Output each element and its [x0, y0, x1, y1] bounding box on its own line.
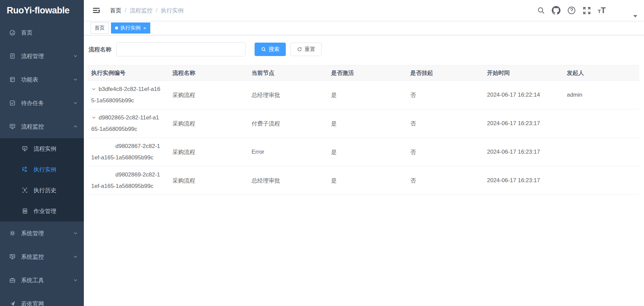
- sidebar-item-process-mgmt[interactable]: 流程管理: [0, 44, 84, 68]
- document-icon: [8, 52, 16, 60]
- initiator-cell: [563, 149, 639, 155]
- sidebar-item-todo-tasks[interactable]: 待办任务: [0, 91, 84, 115]
- is-suspended-cell: 否: [406, 146, 483, 159]
- refresh-icon: [297, 47, 302, 52]
- tag-execution-instance[interactable]: 执行实例 ×: [111, 22, 150, 34]
- chevron-down-icon: [73, 278, 78, 283]
- avatar[interactable]: [614, 2, 631, 19]
- chevron-down-icon: [73, 254, 78, 259]
- form-icon: [8, 75, 16, 84]
- github-icon[interactable]: [548, 6, 564, 15]
- is-active-cell: 是: [327, 146, 406, 159]
- current-node-cell: 总经理审批: [248, 174, 327, 187]
- caret-down-icon: [633, 15, 637, 17]
- column-header: 是否挂起: [406, 65, 483, 81]
- process-instance-icon: [21, 145, 29, 153]
- sidebar-item-ruoyi-website[interactable]: 若依官网: [0, 292, 84, 306]
- toolbox-icon: [8, 276, 16, 284]
- breadcrumb: 首页 / 流程监控 / 执行实例: [110, 7, 183, 14]
- initiator-cell: admin: [563, 89, 639, 101]
- is-suspended-cell: 否: [406, 117, 483, 130]
- sidebar-item-process-instance[interactable]: 流程实例: [0, 138, 84, 159]
- app-root: RuoYi-flowable 首页 流程管理 功能表: [0, 0, 644, 306]
- execution-id-cell: d9802867-2c82-11ef-a165-1a568095b99c: [87, 138, 168, 166]
- sidebar: RuoYi-flowable 首页 流程管理 功能表: [0, 0, 84, 306]
- tags-bar: 首页 执行实例 ×: [84, 21, 644, 35]
- app-logo: RuoYi-flowable: [0, 0, 84, 21]
- is-active-cell: 是: [327, 174, 406, 187]
- sidebar-item-label: 执行实例: [34, 166, 56, 173]
- todo-icon: [8, 99, 16, 107]
- close-icon[interactable]: ×: [143, 26, 146, 31]
- expand-row-icon[interactable]: [91, 87, 96, 92]
- gear-icon: [8, 229, 16, 237]
- user-menu[interactable]: [614, 2, 637, 19]
- process-name-input[interactable]: [116, 42, 246, 56]
- job-icon: [21, 207, 29, 215]
- execution-id: d9802865-2c82-11ef-a165-1a568095b99c: [91, 114, 159, 132]
- paper-plane-icon: [8, 300, 16, 306]
- process-name-cell: 采购流程: [168, 89, 248, 102]
- dashboard-icon: [8, 29, 16, 37]
- column-header: 发起人: [563, 65, 639, 81]
- tag-label: 执行实例: [120, 25, 141, 31]
- navbar: 首页 / 流程监控 / 执行实例: [84, 0, 644, 21]
- sidebar-submenu-process-monitor: 流程实例 执行实例 执行历史: [0, 138, 84, 221]
- sidebar-item-home[interactable]: 首页: [0, 21, 84, 44]
- search-field-label: 流程名称: [89, 46, 111, 53]
- search-button[interactable]: 搜索: [255, 43, 286, 56]
- sidebar-item-system-mgmt[interactable]: 系统管理: [0, 221, 84, 245]
- tag-home[interactable]: 首页: [91, 22, 109, 34]
- table-row: d9802869-2c82-11ef-a165-1a568095b99c 采购流…: [87, 166, 639, 195]
- history-icon: [21, 186, 29, 194]
- reset-button[interactable]: 重置: [290, 43, 322, 56]
- sidebar-item-label: 流程监控: [21, 123, 44, 131]
- column-header: 开始时间: [483, 65, 563, 81]
- current-node-cell: 付费子流程: [248, 117, 327, 130]
- page-content: 流程名称 搜索 重置 执行实例编号 流程名: [84, 35, 644, 306]
- sidebar-item-system-monitor[interactable]: 系统监控: [0, 245, 84, 268]
- execution-icon: [21, 165, 29, 173]
- breadcrumb-home[interactable]: 首页: [110, 7, 121, 14]
- sidebar-item-label: 流程实例: [34, 145, 56, 153]
- monitor-icon: [8, 122, 16, 131]
- current-node-cell: 总经理审批: [248, 89, 327, 102]
- font-size-small-glyph: T: [598, 8, 601, 14]
- font-size-icon[interactable]: TT: [594, 6, 609, 15]
- sidebar-toggle-button[interactable]: [90, 6, 103, 15]
- chevron-up-icon: [73, 124, 78, 129]
- sidebar-item-label: 系统管理: [21, 230, 44, 237]
- chevron-down-icon: [73, 77, 78, 82]
- process-name-cell: 采购流程: [168, 174, 248, 187]
- search-form: 流程名称 搜索 重置: [87, 42, 639, 56]
- reset-button-label: 重置: [305, 46, 315, 53]
- search-icon[interactable]: [534, 6, 548, 14]
- tag-label: 首页: [95, 25, 105, 31]
- search-icon: [261, 47, 266, 52]
- sidebar-item-process-monitor[interactable]: 流程监控: [0, 115, 84, 138]
- sidebar-item-function-table[interactable]: 功能表: [0, 68, 84, 91]
- column-header: 当前节点: [248, 65, 327, 81]
- sidebar-item-system-tools[interactable]: 系统工具: [0, 268, 84, 292]
- sidebar-item-label: 流程管理: [21, 52, 44, 60]
- sidebar-item-execution-history[interactable]: 执行历史: [0, 180, 84, 201]
- main-area: 首页 / 流程监控 / 执行实例: [84, 0, 644, 306]
- expand-row-icon[interactable]: [91, 115, 96, 120]
- execution-id-cell: d9802865-2c82-11ef-a165-1a568095b99c: [87, 109, 168, 138]
- sidebar-item-label: 若依官网: [21, 300, 44, 306]
- fullscreen-icon[interactable]: [579, 6, 594, 15]
- chevron-down-icon: [73, 54, 78, 58]
- navbar-right: TT: [534, 2, 637, 19]
- execution-id-cell: d9802869-2c82-11ef-a165-1a568095b99c: [87, 166, 168, 195]
- execution-id-cell: b3dfe4c8-2c82-11ef-a165-1a568095b99c: [87, 81, 168, 109]
- sidebar-item-execution-instance[interactable]: 执行实例: [0, 159, 84, 180]
- breadcrumb-separator: /: [125, 7, 126, 14]
- start-time-cell: 2024-06-17 16:22:14: [483, 89, 563, 101]
- column-header: 流程名称: [168, 65, 248, 81]
- breadcrumb-process-monitor: 流程监控: [130, 7, 153, 14]
- is-suspended-cell: 否: [406, 89, 483, 102]
- help-icon[interactable]: [564, 6, 579, 15]
- execution-id: d9802869-2c82-11ef-a165-1a568095b99c: [91, 171, 160, 189]
- sidebar-item-label: 首页: [21, 29, 33, 37]
- sidebar-item-job-management[interactable]: 作业管理: [0, 201, 84, 221]
